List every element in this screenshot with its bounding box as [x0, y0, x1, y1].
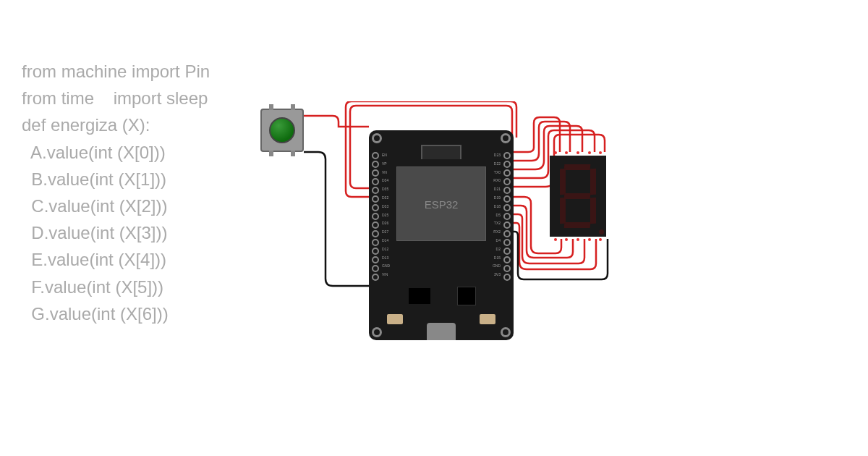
- segment-d: [564, 222, 591, 228]
- code-block: from machine import Pin from time import…: [22, 58, 210, 327]
- seven-segment-display[interactable]: [550, 156, 606, 237]
- segment-a: [564, 164, 591, 170]
- chip-label: ESP32: [425, 198, 459, 210]
- segment-b: [590, 169, 596, 195]
- segment-dp: [599, 229, 604, 235]
- code-line: A.value(int (X[0])): [22, 139, 210, 166]
- usb-port-icon: [427, 323, 456, 340]
- push-button[interactable]: [260, 109, 304, 152]
- mount-hole: [501, 327, 511, 337]
- button-pin: [269, 104, 273, 110]
- usb-ic: [457, 287, 476, 305]
- code-line: E.value(int (X[4])): [22, 246, 210, 273]
- segment-f: [560, 169, 566, 195]
- code-line: D.value(int (X[3])): [22, 219, 210, 246]
- segment-c: [590, 198, 596, 224]
- display-pins-top: [550, 151, 606, 154]
- segment-e: [560, 198, 566, 224]
- regulator-ic: [409, 288, 430, 304]
- pin-labels-right: D23D22TX0RX0D21D19D18D5TX2RX2D4D2D15GND3…: [493, 152, 501, 277]
- button-pin: [291, 104, 295, 110]
- board-button-right[interactable]: [480, 314, 495, 324]
- circuit-diagram: ESP32 ENVPVND34D35D32D33D25D26D27D14D12D…: [260, 101, 694, 355]
- display-pins-bottom: [550, 238, 606, 241]
- mount-hole: [501, 133, 511, 143]
- pin-header-left: [372, 152, 379, 281]
- mount-hole: [372, 133, 382, 143]
- antenna-icon: [421, 145, 461, 159]
- pin-labels-left: ENVPVND34D35D32D33D25D26D27D14D12D13GNDV…: [382, 152, 390, 277]
- code-line: B.value(int (X[1])): [22, 166, 210, 193]
- code-line: C.value(int (X[2])): [22, 193, 210, 219]
- code-line: from machine import Pin: [22, 58, 210, 85]
- esp32-board[interactable]: ESP32 ENVPVND34D35D32D33D25D26D27D14D12D…: [369, 130, 514, 340]
- segment-body: [560, 164, 596, 228]
- code-line: F.value(int (X[5])): [22, 274, 210, 300]
- button-cap: [269, 117, 295, 143]
- code-line: G.value(int (X[6])): [22, 300, 210, 327]
- button-pin: [291, 151, 295, 156]
- pin-header-right: [503, 152, 511, 281]
- code-line: def energiza (X):: [22, 111, 210, 138]
- segment-g: [564, 193, 591, 199]
- esp32-chip: ESP32: [396, 166, 486, 241]
- mount-hole: [372, 327, 382, 337]
- code-line: from time import sleep: [22, 85, 210, 111]
- board-button-left[interactable]: [387, 314, 403, 324]
- button-pin: [269, 151, 273, 156]
